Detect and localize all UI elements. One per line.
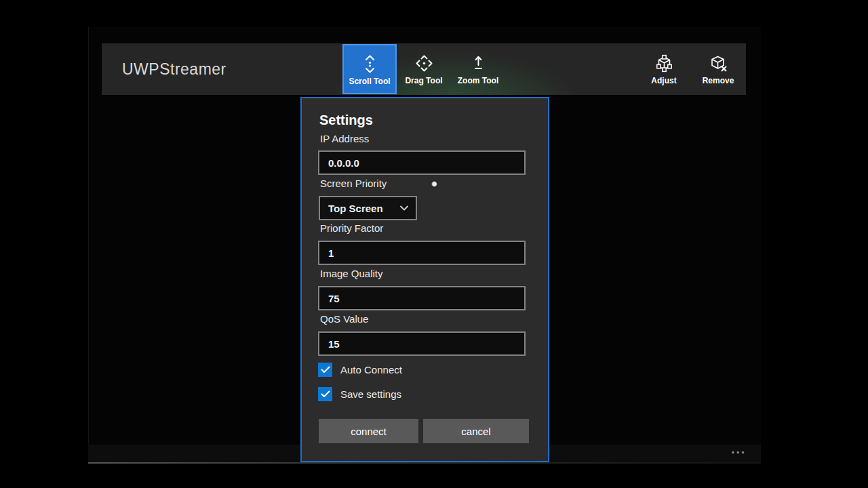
ip-address-input[interactable] [318,150,526,175]
qos-value-label: QoS Value [320,313,368,325]
zoom-tool-button[interactable]: Zoom Tool [451,43,505,95]
screen-priority-label: Screen Priority [320,178,387,189]
tool-group: Scroll Tool Drag Tool [342,43,505,95]
adjust-label: Adjust [651,76,676,85]
qos-value-input[interactable] [318,331,526,356]
scroll-icon [363,53,376,75]
remove-button[interactable]: Remove [691,43,745,95]
ip-address-label: IP Address [320,133,369,144]
chevron-down-icon [400,205,408,211]
auto-connect-row: Auto Connect [318,362,402,378]
image-quality-input[interactable] [318,286,526,310]
save-settings-label: Save settings [340,388,401,401]
zoom-arrow-icon [473,52,484,74]
image-quality-label: Image Quality [320,268,383,279]
connect-button[interactable]: connect [319,419,418,443]
drag-tool-label: Drag Tool [405,76,442,85]
scroll-tool-button[interactable]: Scroll Tool [342,44,397,94]
bottom-divider [88,462,761,464]
dialog-title: Settings [319,113,373,128]
cancel-button[interactable]: cancel [423,419,529,443]
auto-connect-checkbox[interactable] [318,363,332,377]
top-toolbar: UWPStreamer Scroll Tool [102,43,746,95]
cursor-dot [431,181,437,187]
adjust-button[interactable]: Adjust [637,43,691,95]
screen-priority-value: Top Screen [328,203,383,214]
app-title: UWPStreamer [122,43,226,95]
settings-dialog: Settings IP Address Screen Priority Top … [300,97,549,462]
priority-factor-input[interactable] [318,241,526,265]
auto-connect-label: Auto Connect [340,363,402,377]
remove-label: Remove [703,76,734,85]
screen: UWPStreamer Scroll Tool [0,0,868,488]
drag-move-icon [415,52,433,74]
save-settings-checkbox[interactable] [318,387,332,401]
zoom-tool-label: Zoom Tool [458,76,498,85]
more-options-button[interactable]: ... [731,442,746,457]
scroll-tool-label: Scroll Tool [349,77,390,86]
save-settings-row: Save settings [318,387,401,401]
remove-cube-icon [709,52,728,74]
dialog-buttons: connect cancel [319,419,529,443]
action-group: Adjust Remove [637,43,745,95]
screen-priority-dropdown[interactable]: Top Screen [319,196,417,220]
adjust-cube-icon [655,52,673,74]
drag-tool-button[interactable]: Drag Tool [397,43,451,95]
priority-factor-label: Priority Factor [320,222,383,234]
checkmark-icon [321,366,330,373]
checkmark-icon [321,390,330,398]
